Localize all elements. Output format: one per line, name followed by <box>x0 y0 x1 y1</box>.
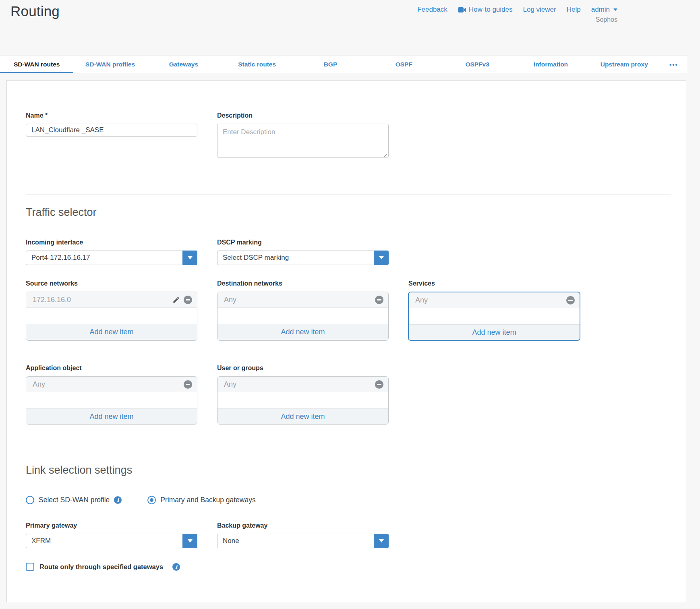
radio-icon[interactable] <box>26 496 34 504</box>
user-or-groups-item: Any <box>217 377 388 392</box>
link-selection-options: Select SD-WAN profile i Primary and Back… <box>26 496 671 504</box>
services-item-value: Any <box>415 296 566 304</box>
tab-ospfv3[interactable]: OSPFv3 <box>441 56 514 73</box>
services-add-button[interactable]: Add new item <box>409 324 580 340</box>
feedback-link-label: Feedback <box>417 6 447 14</box>
services-item: Any <box>409 292 580 308</box>
radio-select-sdwan-profile[interactable]: Select SD-WAN profile i <box>26 496 122 504</box>
incoming-interface-select[interactable]: Port4-172.16.16.17 <box>26 251 197 265</box>
user-or-groups-label: User or groups <box>217 365 389 372</box>
primary-gateway-label: Primary gateway <box>26 522 197 529</box>
chevron-down-icon[interactable] <box>374 251 389 265</box>
log-viewer-label: Log viewer <box>523 6 556 14</box>
source-networks-empty-area <box>26 308 197 324</box>
help-label: Help <box>567 6 581 14</box>
radio-primary-backup-label: Primary and Backup gateways <box>160 496 255 504</box>
remove-icon[interactable] <box>566 296 575 304</box>
brand-label: Sophos <box>596 16 617 23</box>
section-divider <box>26 195 671 195</box>
section-divider <box>26 448 671 448</box>
name-input[interactable] <box>26 124 197 137</box>
feedback-link[interactable]: Feedback <box>417 6 447 14</box>
video-camera-icon <box>458 7 466 12</box>
incoming-interface-value: Port4-172.16.16.17 <box>26 254 182 262</box>
primary-gateway-select[interactable]: XFRM <box>26 534 197 548</box>
services-box: Any Add new item <box>408 292 580 341</box>
tab-static-routes[interactable]: Static routes <box>220 56 294 73</box>
application-object-empty-area <box>26 392 197 408</box>
name-field-group: Name * <box>26 112 197 160</box>
page-header: Routing Feedback How-to guides Log viewe… <box>0 0 700 56</box>
application-object-box: Any Add new item <box>26 376 197 425</box>
services-label: Services <box>408 280 580 287</box>
dscp-marking-select[interactable]: Select DSCP marking <box>217 251 389 265</box>
dscp-marking-value: Select DSCP marking <box>217 254 374 262</box>
radio-checked-icon[interactable] <box>147 496 156 504</box>
application-object-item-value: Any <box>33 380 184 389</box>
incoming-interface-label: Incoming interface <box>26 239 197 246</box>
destination-networks-label: Destination networks <box>217 280 389 287</box>
tab-information[interactable]: Information <box>514 56 587 73</box>
remove-icon[interactable] <box>375 380 383 389</box>
user-or-groups-item-value: Any <box>224 380 375 389</box>
source-networks-label: Source networks <box>26 280 197 287</box>
route-only-row: Route only through specified gateways i <box>26 563 671 571</box>
route-only-label: Route only through specified gateways <box>39 563 163 571</box>
destination-networks-empty-area <box>217 308 388 324</box>
more-tabs-button[interactable]: ••• <box>661 56 687 73</box>
howto-guides-link[interactable]: How-to guides <box>458 6 513 14</box>
help-link[interactable]: Help <box>567 6 581 14</box>
backup-gateway-value: None <box>217 537 374 545</box>
backup-gateway-select[interactable]: None <box>217 534 389 548</box>
link-selection-heading: Link selection settings <box>26 464 671 476</box>
chevron-down-icon[interactable] <box>182 534 197 548</box>
destination-networks-item-value: Any <box>224 296 375 304</box>
page-title: Routing <box>10 3 60 19</box>
info-icon[interactable]: i <box>114 496 122 504</box>
description-textarea[interactable] <box>217 124 389 158</box>
radio-select-sdwan-profile-label: Select SD-WAN profile <box>39 496 110 504</box>
log-viewer-link[interactable]: Log viewer <box>523 6 556 14</box>
name-label: Name * <box>26 112 197 119</box>
application-object-add-button[interactable]: Add new item <box>26 408 197 424</box>
traffic-selector-heading: Traffic selector <box>26 206 671 219</box>
description-field-group: Description <box>217 112 389 160</box>
route-only-checkbox[interactable] <box>26 563 34 571</box>
tab-sd-wan-profiles[interactable]: SD-WAN profiles <box>73 56 147 73</box>
user-or-groups-add-button[interactable]: Add new item <box>217 408 388 424</box>
info-icon[interactable]: i <box>172 563 180 571</box>
source-networks-add-button[interactable]: Add new item <box>26 324 197 340</box>
user-or-groups-box: Any Add new item <box>217 376 389 425</box>
user-menu-label: admin <box>591 6 610 14</box>
remove-icon[interactable] <box>184 296 192 304</box>
source-networks-item: 172.16.16.0 <box>26 292 197 308</box>
destination-networks-item: Any <box>217 292 388 308</box>
description-label: Description <box>217 112 389 119</box>
chevron-down-icon[interactable] <box>182 251 197 265</box>
remove-icon[interactable] <box>184 380 192 389</box>
application-object-item: Any <box>26 377 197 392</box>
tab-gateways[interactable]: Gateways <box>147 56 220 73</box>
user-menu[interactable]: admin <box>591 6 617 14</box>
user-or-groups-empty-area <box>217 392 388 408</box>
radio-primary-backup-gateways[interactable]: Primary and Backup gateways <box>147 496 255 504</box>
howto-guides-label: How-to guides <box>469 6 513 14</box>
chevron-down-icon <box>613 8 617 11</box>
backup-gateway-label: Backup gateway <box>217 522 389 529</box>
dscp-marking-label: DSCP marking <box>217 239 389 246</box>
tab-bgp[interactable]: BGP <box>294 56 367 73</box>
services-empty-area <box>409 308 580 324</box>
chevron-down-icon[interactable] <box>374 534 389 548</box>
remove-icon[interactable] <box>375 296 383 304</box>
tab-upstream-proxy[interactable]: Upstream proxy <box>588 56 661 73</box>
application-object-label: Application object <box>26 365 197 372</box>
tab-ospf[interactable]: OSPF <box>367 56 441 73</box>
tab-bar: SD-WAN routes SD-WAN profiles Gateways S… <box>0 56 687 73</box>
top-nav: Feedback How-to guides Log viewer Help a… <box>417 6 617 14</box>
source-networks-box: 172.16.16.0 Add new item <box>26 292 197 341</box>
edit-icon[interactable] <box>172 296 180 304</box>
tab-sd-wan-routes[interactable]: SD-WAN routes <box>0 56 73 73</box>
primary-gateway-value: XFRM <box>26 537 182 545</box>
destination-networks-box: Any Add new item <box>217 292 389 341</box>
destination-networks-add-button[interactable]: Add new item <box>217 324 388 340</box>
